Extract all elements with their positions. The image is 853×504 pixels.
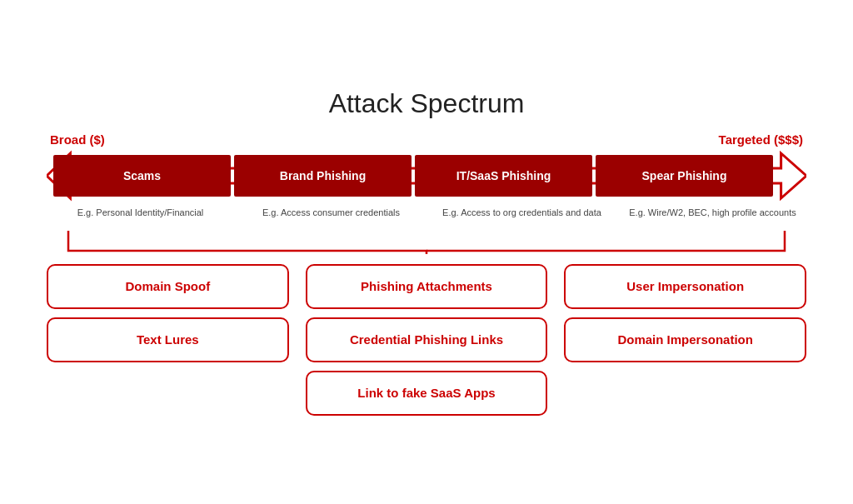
bracket-connector: [47, 227, 806, 254]
arrow-labels: Broad ($) Targeted ($$$): [47, 132, 806, 147]
it-saas-phishing-box: IT/SaaS Phishing: [415, 155, 592, 197]
sub-label-3: E.g. Wire/W2, BEC, high profile accounts: [619, 205, 806, 220]
sub-label-2: E.g. Access to org credentials and data: [428, 205, 616, 220]
arrow-section: Broad ($) Targeted ($$$) Scams Brand Phi…: [47, 132, 806, 220]
sub-label-1: E.g. Access consumer credentials: [237, 205, 425, 220]
attack-types-grid: Domain Spoof Phishing Attachments User I…: [47, 264, 806, 416]
text-lures-cell: Text Lures: [47, 317, 289, 362]
broad-label: Broad ($): [50, 132, 105, 147]
sub-labels-row: E.g. Personal Identity/Financial E.g. Ac…: [47, 205, 806, 220]
scams-box: Scams: [53, 155, 231, 197]
credential-phishing-links-cell: Credential Phishing Links: [306, 317, 548, 362]
spectrum-boxes: Scams Brand Phishing IT/SaaS Phishing Sp…: [47, 150, 806, 202]
brand-phishing-box: Brand Phishing: [234, 155, 412, 197]
main-container: Attack Spectrum Broad ($) Targeted ($$$)…: [27, 75, 826, 428]
domain-spoof-cell: Domain Spoof: [47, 264, 289, 309]
targeted-label: Targeted ($$$): [719, 132, 803, 147]
spear-phishing-box: Spear Phishing: [596, 155, 773, 197]
sub-label-0: E.g. Personal Identity/Financial: [47, 205, 234, 220]
phishing-attachments-cell: Phishing Attachments: [306, 264, 548, 309]
user-impersonation-cell: User Impersonation: [564, 264, 806, 309]
bracket-svg: [47, 227, 806, 254]
link-fake-saas-cell: Link to fake SaaS Apps: [306, 371, 548, 416]
domain-impersonation-cell: Domain Impersonation: [564, 317, 806, 362]
page-title: Attack Spectrum: [47, 88, 806, 119]
arrow-wrapper: Scams Brand Phishing IT/SaaS Phishing Sp…: [47, 150, 806, 202]
